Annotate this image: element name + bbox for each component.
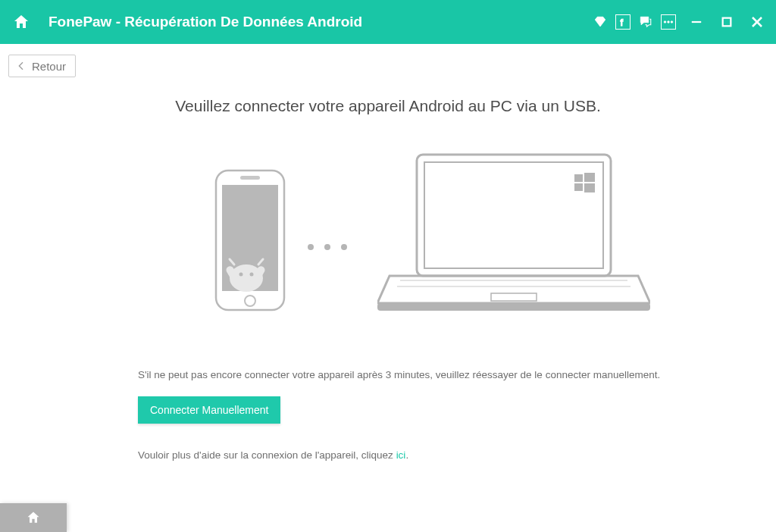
svg-rect-26 xyxy=(584,183,595,192)
title-actions: f xyxy=(591,12,767,32)
windows-icon xyxy=(574,173,595,192)
svg-point-11 xyxy=(245,296,255,306)
arrow-left-icon xyxy=(15,60,27,72)
svg-point-2 xyxy=(668,21,670,23)
home-icon xyxy=(26,510,41,525)
connect-illustration xyxy=(0,146,776,343)
back-label: Retour xyxy=(32,60,66,73)
svg-rect-10 xyxy=(240,176,260,180)
back-button[interactable]: Retour xyxy=(8,55,76,77)
svg-rect-22 xyxy=(491,293,537,301)
facebook-icon[interactable]: f xyxy=(615,14,630,30)
titlebar: FonePaw - Récupération De Données Androi… xyxy=(0,0,776,44)
info-block: S'il ne peut pas encore connecter votre … xyxy=(138,368,684,461)
svg-point-1 xyxy=(664,21,666,23)
home-button[interactable] xyxy=(5,0,38,44)
close-button[interactable] xyxy=(747,12,767,32)
minimize-button[interactable] xyxy=(687,12,706,32)
phone-icon xyxy=(214,168,286,312)
feedback-icon[interactable] xyxy=(637,13,655,31)
page-heading: Veuillez connecter votre appareil Androi… xyxy=(0,97,776,115)
help-link[interactable]: ici xyxy=(396,449,406,461)
svg-rect-19 xyxy=(417,155,611,276)
laptop-icon xyxy=(377,150,650,317)
home-icon xyxy=(12,13,30,31)
svg-rect-25 xyxy=(574,183,583,191)
connection-dots xyxy=(308,244,347,250)
svg-point-16 xyxy=(250,273,254,277)
svg-point-3 xyxy=(671,21,673,23)
svg-point-15 xyxy=(239,273,243,277)
maximize-button[interactable] xyxy=(717,12,737,32)
note-text: S'il ne peut pas encore connecter votre … xyxy=(138,368,684,383)
svg-rect-23 xyxy=(574,174,583,182)
svg-text:f: f xyxy=(620,17,624,28)
help-prefix: Vouloir plus d'aide sur la connexion de … xyxy=(138,449,396,461)
svg-rect-21 xyxy=(377,303,650,311)
connect-manually-button[interactable]: Connecter Manuellement xyxy=(138,396,280,424)
app-title: FonePaw - Récupération De Données Androi… xyxy=(48,14,591,30)
diamond-icon[interactable] xyxy=(591,13,609,31)
more-icon[interactable] xyxy=(661,14,676,30)
svg-rect-5 xyxy=(723,18,731,27)
footer-home-button[interactable] xyxy=(0,503,67,532)
help-text: Vouloir plus d'aide sur la connexion de … xyxy=(138,449,684,461)
svg-rect-24 xyxy=(584,173,595,182)
